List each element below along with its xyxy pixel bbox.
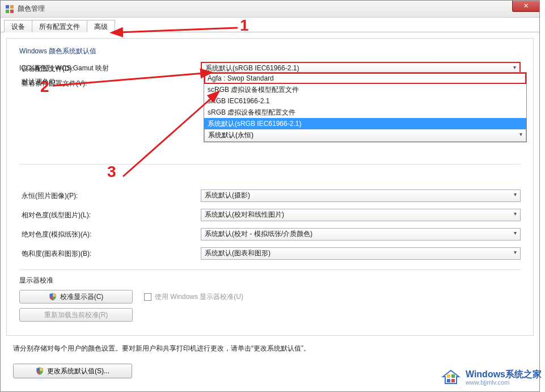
annotation-3: 3 xyxy=(107,163,116,181)
label-saturation: 饱和度(图表和图形)(B): xyxy=(19,249,201,259)
watermark-text: Windows系统之家 www.bjjmlv.com xyxy=(466,369,542,386)
calibrate-display-label: 校准显示器(C) xyxy=(60,292,104,302)
separator-2 xyxy=(19,269,521,270)
watermark-title: Windows系统之家 xyxy=(466,369,542,380)
row-abs-color: 绝对色度(模拟纸张)(A): 系统默认(校对 - 模拟纸张/介质颜色) xyxy=(19,226,521,242)
svg-rect-7 xyxy=(447,374,450,378)
group-title-defaults: Windows 颜色系统默认值 xyxy=(19,47,521,56)
select-abs-color[interactable]: 系统默认(校对 - 模拟纸张/介质颜色) xyxy=(201,228,521,241)
app-icon xyxy=(5,5,14,14)
select-perm-photo[interactable]: 系统默认(摄影) xyxy=(201,189,521,202)
shield-icon xyxy=(49,293,57,301)
label-rel-color: 相对色度(线型图片)(L): xyxy=(19,210,201,220)
reload-calibration-label: 重新加载当前校准(R) xyxy=(44,310,108,320)
svg-rect-3 xyxy=(10,10,14,13)
svg-rect-8 xyxy=(451,374,455,378)
svg-rect-0 xyxy=(6,5,9,9)
svg-line-6 xyxy=(123,97,213,176)
select-rel-color[interactable]: 系统默认(校对和线性图片) xyxy=(201,209,521,221)
watermark: Windows系统之家 www.bjjmlv.com xyxy=(441,366,542,389)
annotation-2: 2 xyxy=(40,78,49,96)
reload-calibration-button[interactable]: 重新加载当前校准(R) xyxy=(19,308,133,322)
tab-strip: 设备 所有配置文件 高级 xyxy=(1,18,539,32)
select-device-profile-value: 系统默认(sRGB IEC61966-2.1) xyxy=(205,64,299,72)
row-rel-color: 相对色度(线型图片)(L): 系统默认(校对和线性图片) xyxy=(19,207,521,223)
arrow-3-icon xyxy=(117,91,219,182)
svg-line-4 xyxy=(120,28,238,32)
group-calibration: 显示器校准 校准显示器(C) xyxy=(19,276,521,322)
select-saturation-value: 系统默认(图表和图形) xyxy=(205,249,271,257)
shield-icon xyxy=(36,367,44,375)
close-button[interactable]: ✕ xyxy=(512,1,539,12)
calibrate-display-button[interactable]: 校准显示器(C) xyxy=(19,290,133,304)
row-perm-photo: 永恒(照片图像)(P): 系统默认(摄影) xyxy=(19,188,521,204)
dropdown-item[interactable]: sRGB IEC61966-2.1 xyxy=(204,95,526,107)
calib-row-2: 重新加载当前校准(R) xyxy=(19,308,521,322)
svg-rect-2 xyxy=(6,10,9,13)
tab-all-profiles[interactable]: 所有配置文件 xyxy=(32,20,87,32)
dropdown-item[interactable]: scRGB 虚拟设备模型配置文件 xyxy=(204,84,526,95)
change-system-defaults-button[interactable]: 更改系统默认值(S)... xyxy=(13,364,132,378)
dropdown-item[interactable]: Agfa : Swop Standard xyxy=(204,73,526,84)
device-profile-dropdown: Agfa : Swop Standard scRGB 虚拟设备模型配置文件 sR… xyxy=(204,72,527,142)
use-win-calib-row: 使用 Windows 显示器校准(U) xyxy=(144,292,521,302)
tab-devices[interactable]: 设备 xyxy=(4,20,32,32)
svg-rect-9 xyxy=(447,379,450,382)
use-win-calib-checkbox[interactable] xyxy=(144,293,151,301)
svg-line-5 xyxy=(53,73,204,86)
arrow-1-icon xyxy=(114,22,244,39)
select-rel-color-value: 系统默认(校对和线性图片) xyxy=(205,210,284,218)
watermark-logo-icon xyxy=(441,366,461,389)
watermark-url: www.bjjmlv.com xyxy=(466,379,542,386)
color-management-window: 颜色管理 ✕ 设备 所有配置文件 高级 Windows 颜色系统默认值 设备配置… xyxy=(0,0,540,392)
arrow-2-icon xyxy=(47,69,212,91)
calib-row-1: 校准显示器(C) 使用 Windows 显示器校准(U) xyxy=(19,290,521,304)
select-abs-color-value: 系统默认(校对 - 模拟纸张/介质颜色) xyxy=(205,230,312,238)
dropdown-item[interactable]: 系统默认(sRGB IEC61966-2.1) xyxy=(204,118,526,129)
row-saturation: 饱和度(图表和图形)(B): 系统默认(图表和图形) xyxy=(19,246,521,262)
svg-rect-1 xyxy=(10,5,14,9)
select-saturation[interactable]: 系统默认(图表和图形) xyxy=(201,247,521,260)
select-perm-photo-value: 系统默认(摄影) xyxy=(205,191,250,199)
annotation-1: 1 xyxy=(240,16,249,35)
change-system-defaults-label: 更改系统默认值(S)... xyxy=(47,366,109,376)
group-title-calib: 显示器校准 xyxy=(19,276,521,285)
use-win-calib-label: 使用 Windows 显示器校准(U) xyxy=(155,292,243,302)
tab-advanced[interactable]: 高级 xyxy=(87,20,115,32)
label-abs-color: 绝对色度(模拟纸张)(A): xyxy=(19,230,201,239)
label-perm-photo: 永恒(照片图像)(P): xyxy=(19,191,201,201)
title-bar: 颜色管理 ✕ xyxy=(1,1,539,18)
footer-help-text: 请分别存储对每个用户的颜色设置。要对新用户和共享打印机进行更改，请单击“更改系统… xyxy=(1,344,539,353)
select-view-conditions-under[interactable]: 系统默认(永恒) xyxy=(204,129,526,142)
close-icon: ✕ xyxy=(523,2,529,10)
window-title: 颜色管理 xyxy=(18,4,45,14)
dropdown-item[interactable]: sRGB 虚拟设备模型配置文件 xyxy=(204,107,526,118)
svg-rect-10 xyxy=(451,379,455,382)
row-default-render: 默认调色(I): xyxy=(19,168,521,184)
